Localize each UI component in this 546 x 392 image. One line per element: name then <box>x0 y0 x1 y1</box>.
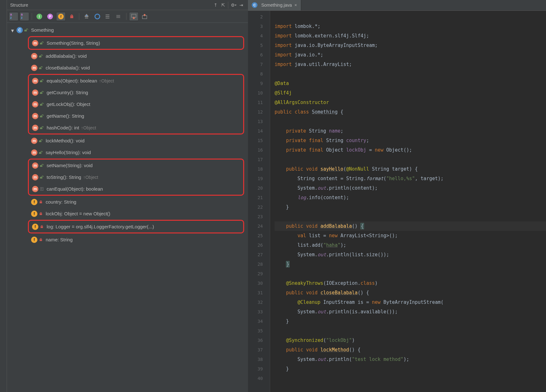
ide-left-rail[interactable] <box>0 0 7 392</box>
code-line[interactable]: import lombok.*; <box>275 22 546 31</box>
code-line[interactable] <box>275 326 546 336</box>
show-lambdas-button[interactable] <box>103 12 113 21</box>
editor-code[interactable]: import lombok.*;import lombok.extern.slf… <box>270 11 546 392</box>
code-line[interactable]: System.out.println("test lock method"); <box>275 355 546 364</box>
code-line[interactable]: public void sayHello(@NonNull String tar… <box>275 164 546 174</box>
gutter-line[interactable]: 29 <box>248 269 270 278</box>
code-line[interactable] <box>275 12 546 22</box>
code-line[interactable]: System.out.println(list.size()); <box>275 250 546 259</box>
editor-gutter[interactable]: 2345678910111213141516171819202122232425… <box>248 11 270 392</box>
code-line[interactable]: private final String country; <box>275 136 546 145</box>
tree-item[interactable]: m🔓︎getName(): String <box>32 110 243 122</box>
tree-item[interactable]: m🔓︎setName(String): void <box>32 160 243 171</box>
gutter-line[interactable]: 33 <box>248 307 270 317</box>
tree-item[interactable]: m🔓︎closeBalabala(): void <box>9 62 248 74</box>
gutter-line[interactable]: 28 <box>248 259 270 269</box>
gutter-line[interactable]: 40 <box>248 374 270 383</box>
code-line[interactable]: @Synchronized("lockObj") <box>275 336 546 345</box>
tree-item[interactable]: f🔒︎country: String <box>9 196 248 208</box>
gutter-line[interactable]: 15 <box>248 136 270 145</box>
code-line[interactable]: list.add("haha"); <box>275 240 546 250</box>
gutter-line[interactable]: 12 <box>248 107 270 117</box>
code-line[interactable]: System.out.println(is.available()); <box>275 307 546 317</box>
autoscroll-from-source-button[interactable] <box>140 12 149 21</box>
gutter-line[interactable]: 38 <box>248 355 270 364</box>
gutter-line[interactable]: 9 <box>248 79 270 88</box>
gutter-line[interactable]: 14 <box>248 126 270 136</box>
gutter-line[interactable]: 7 <box>248 60 270 69</box>
code-line[interactable]: @AllArgsConstructor <box>275 98 546 107</box>
code-line[interactable]: log.info(content); <box>275 193 546 202</box>
show-interfaces-button[interactable]: I <box>35 12 44 21</box>
code-line[interactable] <box>275 212 546 221</box>
gutter-line[interactable]: 5 <box>248 41 270 50</box>
code-line[interactable]: import java.io.ByteArrayInputStream; <box>275 41 546 50</box>
code-line[interactable]: private final Object lockObj = new Objec… <box>275 145 546 155</box>
tree-item[interactable]: f🔒︎log: Logger = org.slf4j.LoggerFactory… <box>32 221 243 232</box>
gutter-line[interactable]: 34 <box>248 317 270 326</box>
gutter-line[interactable]: 39 <box>248 364 270 374</box>
code-line[interactable] <box>275 117 546 126</box>
structure-tree[interactable]: ▼C🔓︎Somethingm🔓︎Something(String, String… <box>7 23 248 392</box>
show-properties-button[interactable]: P <box>45 12 55 21</box>
gutter-line[interactable]: 30 <box>248 278 270 288</box>
gutter-line[interactable]: 8 <box>248 69 270 79</box>
show-fields-button[interactable]: f <box>56 12 66 21</box>
code-line[interactable]: import java.util.ArrayList; <box>275 60 546 69</box>
gutter-line[interactable]: 37 <box>248 345 270 355</box>
code-line[interactable]: } <box>275 317 546 326</box>
expand-all-icon[interactable]: ⇱ <box>220 2 227 9</box>
gutter-line[interactable]: 22 <box>248 202 270 212</box>
gutter-line[interactable]: 17 <box>248 155 270 164</box>
tree-item[interactable]: m🔓︎getCountry(): String <box>32 87 243 98</box>
code-line[interactable]: } <box>275 259 546 269</box>
tree-item[interactable]: m🔓︎sayHello(String): void <box>9 147 248 158</box>
tree-item[interactable]: f🔒︎lockObj: Object = new Object() <box>9 208 248 219</box>
gutter-line[interactable]: 25 <box>248 231 270 240</box>
tree-item[interactable]: m⚿canEqual(Object): boolean <box>32 183 243 195</box>
code-line[interactable]: public class Something { <box>275 107 546 117</box>
code-line[interactable]: @Cleanup InputStream is = new ByteArrayI… <box>275 297 546 307</box>
code-line[interactable] <box>275 69 546 79</box>
tree-item[interactable]: m🔓︎getLockObj(): Object <box>32 98 243 110</box>
gutter-line[interactable]: 4 <box>248 31 270 41</box>
gutter-line[interactable]: 16 <box>248 145 270 155</box>
gutter-line[interactable]: 3 <box>248 22 270 31</box>
code-line[interactable]: public void lockMethod() { <box>275 345 546 355</box>
hide-icon[interactable]: ⇥ <box>238 2 245 9</box>
gutter-line[interactable]: 19 <box>248 174 270 183</box>
code-line[interactable] <box>275 155 546 164</box>
autoscroll-to-source-button[interactable] <box>129 12 139 21</box>
gutter-line[interactable]: 35 <box>248 326 270 336</box>
code-line[interactable]: private String name; <box>275 126 546 136</box>
expander-icon[interactable]: ▼ <box>10 28 15 32</box>
show-inherited-button[interactable] <box>82 12 91 21</box>
gutter-line[interactable]: 6 <box>248 50 270 60</box>
code-line[interactable]: import lombok.extern.slf4j.Slf4j; <box>275 31 546 41</box>
gutter-line[interactable]: 10 <box>248 88 270 98</box>
gutter-line[interactable]: 36 <box>248 336 270 345</box>
gutter-line[interactable]: 2 <box>248 12 270 22</box>
tree-item[interactable]: f🔒︎name: String <box>9 234 248 245</box>
tree-item[interactable]: m🔓︎hashCode(): int↑Object <box>32 122 243 134</box>
code-line[interactable]: @Data <box>275 79 546 88</box>
gutter-line[interactable]: 26 <box>248 240 270 250</box>
scroll-from-source-icon[interactable]: ⤒ <box>212 2 219 9</box>
gutter-line[interactable]: 21 <box>248 193 270 202</box>
gutter-line[interactable]: 13 <box>248 117 270 126</box>
tree-item[interactable]: m🔓︎toString(): String↑Object <box>32 171 243 183</box>
tree-item[interactable]: m🔓︎Something(String, String) <box>32 37 243 49</box>
code-line[interactable] <box>275 269 546 278</box>
code-line[interactable]: @SneakyThrows(IOException.class) <box>275 278 546 288</box>
code-line[interactable]: public void closeBalabala() { <box>275 288 546 297</box>
tree-item[interactable]: m🔓︎lockMethod(): void <box>9 135 248 147</box>
gutter-line[interactable]: 11 <box>248 98 270 107</box>
gutter-line[interactable]: 18 <box>248 164 270 174</box>
code-line[interactable]: } <box>275 202 546 212</box>
code-line[interactable]: val list = new ArrayList<String>(); <box>275 231 546 240</box>
code-line[interactable] <box>275 374 546 383</box>
gutter-line[interactable]: 31 <box>248 288 270 297</box>
code-line[interactable]: } <box>275 364 546 374</box>
gutter-line[interactable]: 27 <box>248 250 270 259</box>
sort-alphabetically-button[interactable]: az <box>20 12 29 21</box>
